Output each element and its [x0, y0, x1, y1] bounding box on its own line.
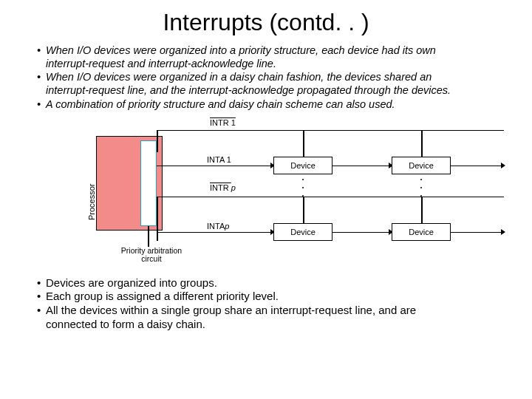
line	[421, 130, 423, 157]
bullet-text: connected to form a daisy chain.	[46, 318, 205, 332]
bullet-text: All the devices within a single group sh…	[46, 304, 416, 318]
intr1-label: INTR 1	[210, 118, 236, 127]
device-box: Device	[392, 223, 451, 241]
slide-title: Interrupts (contd. . )	[0, 0, 532, 44]
bullet-text: When I/O devices were organized into a p…	[46, 44, 436, 57]
daisy-line	[451, 166, 504, 167]
daisy-line	[332, 232, 392, 233]
daisy-line	[332, 166, 392, 167]
top-bullet-list: •When I/O devices were organized into a …	[0, 44, 532, 111]
bullet-text: When I/O devices were organized in a dai…	[46, 70, 432, 83]
arbitration-block	[140, 140, 157, 226]
bullet-text: interrupt-request and interrupt-acknowle…	[46, 57, 276, 70]
bullet-text: Each group is assigned a different prior…	[46, 290, 279, 304]
device-box: Device	[392, 157, 451, 174]
device-box: Device	[273, 223, 332, 241]
intap-line	[157, 232, 273, 233]
bullet-text: interrupt-request line, and the interrup…	[46, 83, 451, 97]
processor-label: Processor	[87, 183, 96, 220]
intrp-label: INTR p	[210, 183, 236, 192]
line	[157, 130, 158, 152]
arbitration-label: Priority arbitration circuit	[111, 247, 192, 264]
device-box: Device	[273, 157, 332, 174]
bottom-bullet-list: •Devices are organized into groups. •Eac…	[0, 276, 532, 332]
line	[148, 226, 149, 247]
line	[303, 197, 304, 223]
bullet-text: Devices are organized into groups.	[46, 276, 217, 290]
interrupt-diagram: Processor INTR 1 INTA 1 Device Device IN…	[0, 115, 532, 270]
line	[303, 130, 304, 157]
arrow-right-icon	[501, 163, 505, 168]
intr1-line	[157, 130, 504, 132]
line	[157, 197, 158, 219]
ellipsis-icon	[301, 179, 305, 197]
line	[421, 197, 423, 223]
bullet-text: A combination of priority structure and …	[46, 98, 395, 111]
daisy-line	[451, 232, 504, 233]
ellipsis-icon	[419, 179, 423, 197]
arrow-right-icon	[501, 229, 505, 235]
inta1-line	[157, 166, 273, 167]
inta1-label: INTA 1	[207, 155, 231, 164]
line	[157, 219, 158, 241]
intap-label: INTAp	[207, 222, 229, 231]
intrp-line	[157, 197, 504, 198]
